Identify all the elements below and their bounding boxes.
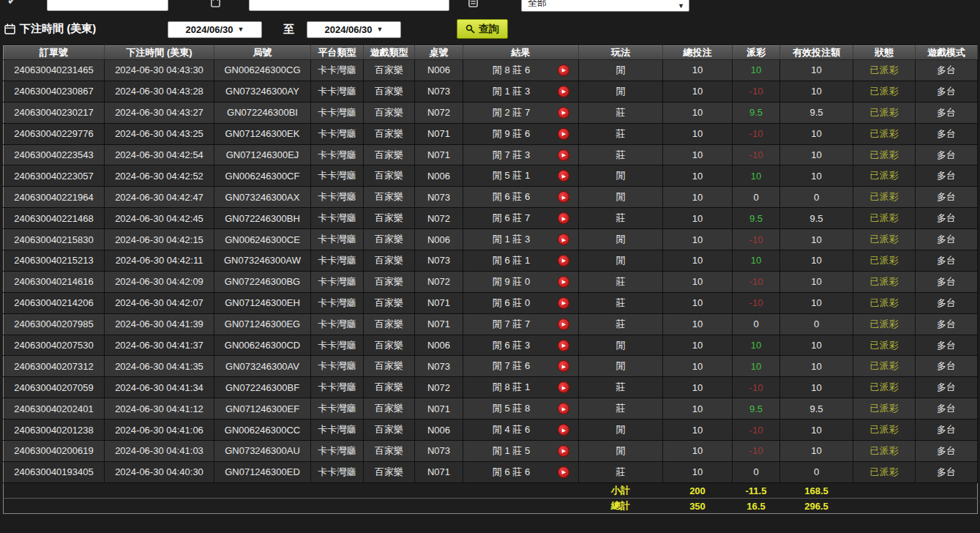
play-button[interactable]: ▶ <box>558 424 569 436</box>
result-text: 閒 6 莊 1 <box>465 254 558 267</box>
payout-cell: -10 <box>733 377 780 398</box>
play-icon: ▶ <box>562 89 566 94</box>
table-row: 240630040207059 2024-06-30 04:41:34 GN07… <box>4 377 978 398</box>
play-button[interactable]: ▶ <box>558 297 569 309</box>
result-text: 閒 7 莊 6 <box>465 359 558 373</box>
order-id-cell: 240630040214616 <box>4 271 105 292</box>
total-bet-cell: 10 <box>663 102 733 123</box>
col-header-valid-bet: 有效投注額 <box>780 46 853 60</box>
play-button[interactable]: ▶ <box>558 212 569 224</box>
total-bet-cell: 10 <box>663 335 733 356</box>
calendar-icon <box>4 23 15 34</box>
mode-cell: 多台 <box>916 356 978 377</box>
col-header-game-type: 遊戲類型 <box>364 46 415 60</box>
mode-cell: 多台 <box>916 123 978 144</box>
mode-cell: 多台 <box>916 292 978 313</box>
platform-cell: 卡卡灣廳 <box>311 60 364 81</box>
valid-bet-cell: 10 <box>780 292 853 313</box>
platform-cell: 卡卡灣廳 <box>311 398 364 420</box>
table-row: 240630040202401 2024-06-30 04:41:12 GN07… <box>4 398 978 420</box>
total-bet-cell: 10 <box>663 313 733 335</box>
play-button[interactable]: ▶ <box>558 234 569 245</box>
valid-bet-cell: 9.5 <box>780 102 853 123</box>
payout-cell: 10 <box>733 250 780 272</box>
result-cell: 閒 9 莊 6 ▶ <box>463 123 579 144</box>
play-button[interactable]: ▶ <box>558 107 569 119</box>
mode-cell: 多台 <box>916 271 978 292</box>
play-button[interactable]: ▶ <box>558 318 569 330</box>
play-button[interactable]: ▶ <box>558 466 569 478</box>
col-header-result: 結果 <box>463 46 579 60</box>
filter-select-all[interactable]: 全部 ▼ <box>521 0 689 12</box>
result-text: 閒 9 莊 0 <box>465 275 558 288</box>
list-small-icon <box>468 0 478 7</box>
play-icon: ▶ <box>562 67 566 72</box>
order-id-cell: 240630040231465 <box>4 60 105 81</box>
play-button[interactable]: ▶ <box>558 170 569 182</box>
result-cell: 閒 6 莊 6 ▶ <box>463 461 579 482</box>
bet-time-cell: 2024-06-30 04:43:28 <box>105 81 214 102</box>
table-no-cell: N006 <box>415 165 463 187</box>
play-button[interactable]: ▶ <box>558 381 569 393</box>
play-button[interactable]: ▶ <box>558 340 569 351</box>
mode-cell: 多台 <box>916 165 978 187</box>
play-type-cell: 莊 <box>579 208 663 229</box>
date-to-select[interactable]: 2024/06/30 ▼ <box>307 21 401 38</box>
status-cell: 已派彩 <box>853 250 916 272</box>
play-type-cell: 莊 <box>579 461 663 482</box>
round-id-cell: GN071246300EJ <box>214 144 311 165</box>
play-button[interactable]: ▶ <box>558 64 569 76</box>
play-button[interactable]: ▶ <box>558 86 569 97</box>
bet-time-cell: 2024-06-30 04:43:30 <box>105 60 214 81</box>
filter-input-1[interactable] <box>47 0 168 11</box>
valid-bet-cell: 9.5 <box>780 208 853 229</box>
mode-cell: 多台 <box>916 441 978 462</box>
play-button[interactable]: ▶ <box>558 149 569 161</box>
play-icon: ▶ <box>562 152 566 157</box>
order-id-cell: 240630040215213 <box>4 250 105 272</box>
date-from-select[interactable]: 2024/06/30 ▼ <box>168 21 262 38</box>
query-button[interactable]: 查詢 <box>457 19 508 39</box>
total-bet-cell: 10 <box>663 377 733 398</box>
valid-bet-cell: 10 <box>780 144 853 165</box>
play-button[interactable]: ▶ <box>558 276 569 288</box>
play-button[interactable]: ▶ <box>558 445 569 457</box>
filter-input-2[interactable] <box>249 0 449 11</box>
play-button[interactable]: ▶ <box>558 191 569 203</box>
status-cell: 已派彩 <box>853 165 916 187</box>
play-button[interactable]: ▶ <box>558 255 569 266</box>
total-bet-cell: 10 <box>663 441 733 462</box>
header-row: 訂單號 下注時間 (美東) 局號 平台類型 遊戲類型 桌號 結果 玩法 總投注 … <box>4 46 978 60</box>
bet-time-label: 下注時間 (美東) <box>4 22 96 36</box>
bets-table: 訂單號 下注時間 (美東) 局號 平台類型 遊戲類型 桌號 結果 玩法 總投注 … <box>3 45 978 514</box>
platform-cell: 卡卡灣廳 <box>311 81 364 102</box>
result-text: 閒 8 莊 6 <box>465 64 558 77</box>
bet-time-cell: 2024-06-30 04:42:47 <box>105 187 214 208</box>
play-button[interactable]: ▶ <box>558 403 569 414</box>
table-no-cell: N073 <box>415 81 463 102</box>
result-cell: 閒 7 莊 7 ▶ <box>463 313 579 335</box>
result-cell: 閒 1 莊 3 ▶ <box>463 81 579 102</box>
bet-time-cell: 2024-06-30 04:41:03 <box>105 441 214 462</box>
filter-bar: ✔ 全部 ▼ 下注時間 (美東) 2024/06/30 <box>0 0 980 45</box>
payout-cell: 0 <box>733 313 780 335</box>
play-button[interactable]: ▶ <box>558 128 569 140</box>
payout-cell: 9.5 <box>733 398 780 420</box>
table-row: 240630040215213 2024-06-30 04:42:11 GN07… <box>4 250 978 272</box>
play-button[interactable]: ▶ <box>558 360 569 372</box>
table-row: 240630040207530 2024-06-30 04:41:37 GN00… <box>4 335 978 356</box>
platform-cell: 卡卡灣廳 <box>311 123 364 144</box>
filter-select-value: 全部 <box>528 0 547 10</box>
bet-time-cell: 2024-06-30 04:42:54 <box>105 144 214 165</box>
valid-bet-cell: 10 <box>780 250 853 272</box>
order-id-cell: 240630040193405 <box>4 461 105 482</box>
bet-time-cell: 2024-06-30 04:43:27 <box>105 102 214 123</box>
play-icon: ▶ <box>562 258 566 263</box>
result-text: 閒 6 莊 0 <box>465 297 558 310</box>
play-icon: ▶ <box>562 300 566 305</box>
play-type-cell: 閒 <box>579 165 663 187</box>
order-id-cell: 240630040207059 <box>4 377 105 398</box>
table-no-cell: N072 <box>415 102 463 123</box>
table-no-cell: N073 <box>415 187 463 208</box>
game-type-cell: 百家樂 <box>364 356 415 377</box>
